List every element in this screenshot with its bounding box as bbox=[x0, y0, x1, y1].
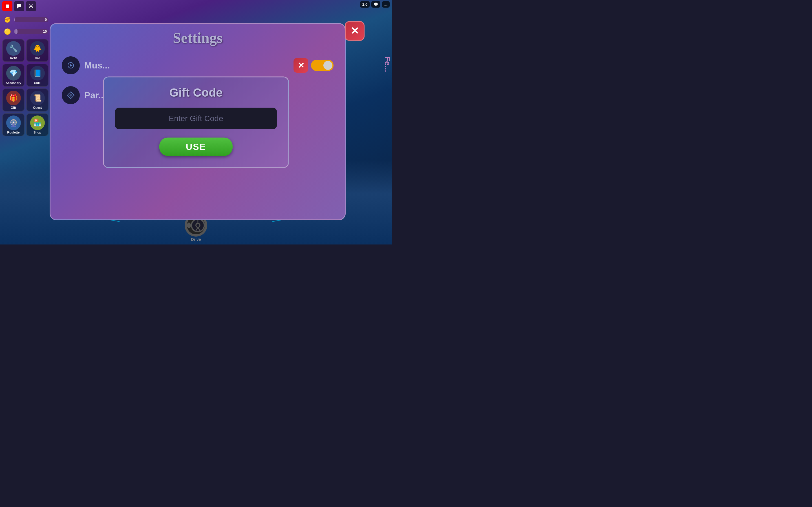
top-bar bbox=[0, 0, 392, 12]
coin-fill bbox=[14, 29, 17, 34]
skill-icon: 📘 bbox=[30, 66, 45, 80]
shop-label: Shop bbox=[34, 131, 42, 134]
far-right-text: Fe... bbox=[383, 56, 392, 72]
resource-bar-coin: 🟡 10 bbox=[2, 26, 49, 37]
accessory-label: Accessory bbox=[6, 81, 21, 84]
gift-label: Gift bbox=[11, 106, 16, 109]
refit-label: Refit bbox=[10, 56, 17, 60]
gift-code-input[interactable] bbox=[116, 109, 276, 128]
quest-icon: 📜 bbox=[30, 91, 45, 105]
menu-item-refit[interactable]: 🔧 Refit bbox=[2, 39, 24, 62]
chat-icon-btn[interactable] bbox=[14, 1, 24, 11]
fist-fill bbox=[14, 17, 15, 22]
close-icon: ✕ bbox=[350, 25, 359, 37]
gift-code-input-wrapper bbox=[115, 108, 277, 129]
quest-label: Quest bbox=[33, 106, 42, 109]
fist-value: 0 bbox=[45, 18, 47, 22]
particles-icon bbox=[62, 86, 80, 104]
settings-row-music: Mus... ✕ bbox=[56, 52, 339, 79]
menu-grid: 🔧 Refit 🐥 Car 💎 Accessory 📘 Skill 🎁 Gift… bbox=[2, 39, 49, 136]
menu-item-accessory[interactable]: 💎 Accessory bbox=[2, 64, 24, 87]
car-icon: 🐥 bbox=[30, 41, 45, 56]
menu-item-roulette[interactable]: 🎡 Roulette bbox=[2, 113, 24, 136]
music-x-button[interactable]: ✕ bbox=[294, 58, 308, 73]
music-label: Mus... bbox=[84, 60, 289, 71]
roulette-label: Roulette bbox=[7, 131, 20, 134]
car-label: Car bbox=[35, 56, 40, 60]
music-icon bbox=[62, 56, 80, 74]
shop-icon: 🏪 bbox=[30, 115, 45, 130]
fist-icon: ✊ bbox=[2, 15, 12, 25]
roulette-icon: 🎡 bbox=[6, 115, 21, 130]
music-toggle-container: ✕ bbox=[294, 58, 334, 73]
svg-marker-3 bbox=[70, 64, 72, 67]
gift-icon: 🎁 bbox=[6, 91, 21, 105]
settings-icon-btn[interactable] bbox=[26, 1, 36, 11]
accessory-icon: 💎 bbox=[6, 66, 21, 80]
drive-label: Drive bbox=[191, 237, 201, 242]
menu-item-car[interactable]: 🐥 Car bbox=[26, 39, 49, 62]
skill-label: Skill bbox=[34, 81, 41, 84]
music-toggle[interactable] bbox=[311, 60, 334, 71]
coin-icon: 🟡 bbox=[2, 26, 12, 37]
gift-code-popup-title: Gift Code bbox=[115, 86, 277, 100]
settings-title: Settings bbox=[56, 30, 339, 46]
coin-track: 10 bbox=[14, 29, 49, 34]
fist-track: 0 bbox=[14, 17, 49, 22]
left-sidebar: ✊ 0 🟡 10 🔧 Refit 🐥 Car 💎 Accessory 📘 Ski… bbox=[0, 12, 51, 138]
coin-value: 10 bbox=[43, 30, 47, 34]
settings-close-button[interactable]: ✕ bbox=[345, 21, 364, 41]
gift-code-popup: Gift Code USE bbox=[103, 76, 289, 168]
menu-item-gift[interactable]: 🎁 Gift bbox=[2, 89, 24, 112]
menu-item-skill[interactable]: 📘 Skill bbox=[26, 64, 49, 87]
refit-icon: 🔧 bbox=[6, 41, 21, 56]
toggle-knob bbox=[323, 61, 333, 70]
svg-point-2 bbox=[30, 5, 32, 7]
x-icon: ✕ bbox=[298, 61, 304, 70]
menu-item-quest[interactable]: 📜 Quest bbox=[26, 89, 49, 112]
resource-bar-fist: ✊ 0 bbox=[2, 15, 49, 25]
menu-item-shop[interactable]: 🏪 Shop bbox=[26, 113, 49, 136]
svg-rect-1 bbox=[6, 4, 9, 8]
use-button[interactable]: USE bbox=[159, 138, 233, 156]
roblox-icon[interactable] bbox=[2, 1, 12, 11]
